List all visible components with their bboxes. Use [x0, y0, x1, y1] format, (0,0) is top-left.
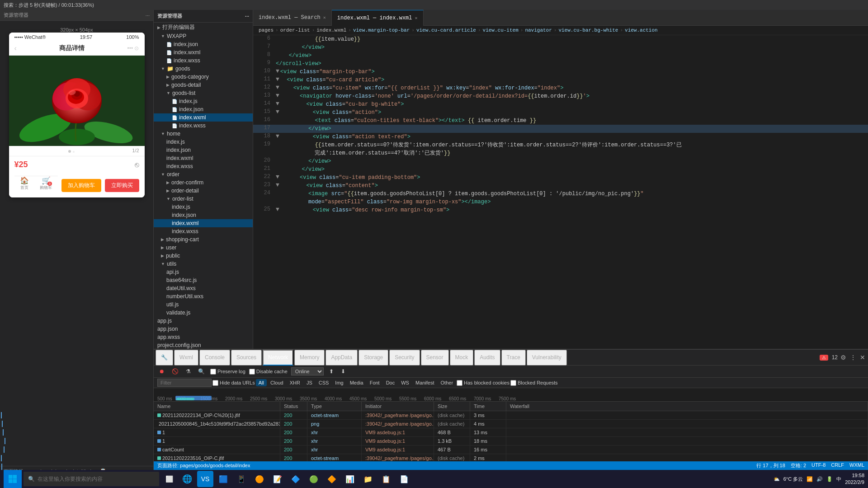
start-button[interactable]	[4, 470, 22, 488]
tree-folder-goods-list[interactable]: ▼ goods-list	[154, 89, 253, 97]
taskbar-icon-7[interactable]: 🔶	[324, 471, 340, 487]
taskbar-icon-9[interactable]: 📁	[360, 471, 376, 487]
devtools-settings-icon[interactable]: ⚙	[840, 353, 847, 362]
filter-all-btn[interactable]: All	[256, 379, 267, 386]
import-button[interactable]: ⬆	[327, 367, 335, 375]
tree-item[interactable]: 📄 index.json	[154, 105, 253, 113]
tree-item[interactable]: ▶ order-confirm	[154, 178, 253, 187]
hide-data-urls-checkbox[interactable]	[212, 380, 218, 386]
devtools-close-icon[interactable]: ✕	[859, 353, 866, 362]
taskbar-icon-4[interactable]: 📝	[269, 471, 286, 487]
taskbar-icon-8[interactable]: 📊	[342, 471, 358, 487]
tree-item[interactable]: api.js	[154, 268, 253, 276]
net-row-1[interactable]: 20211202222134_OIP-C%20(1).jfif 200 octe…	[154, 411, 868, 420]
tree-item-order-wxml[interactable]: index.wxml	[154, 219, 253, 227]
tree-folder-home[interactable]: ▼ home	[154, 130, 253, 138]
taskbar-search-input[interactable]	[38, 476, 128, 482]
filter-img-btn[interactable]: Img	[332, 379, 346, 386]
tab-sources[interactable]: Sources	[231, 350, 262, 366]
tree-item[interactable]: util.js	[154, 300, 253, 309]
tab-wxml[interactable]: Wxml	[174, 350, 198, 366]
tree-folder-user[interactable]: ▶ user	[154, 244, 253, 252]
network-throttle-select[interactable]: Online Fast 3G Slow 3G Offline	[291, 367, 324, 375]
fold-arrow[interactable]: ▼	[276, 174, 279, 182]
close-icon[interactable]: ✕	[323, 15, 326, 20]
tab-audits[interactable]: Audits	[474, 350, 500, 366]
filter-font-btn[interactable]: Font	[367, 379, 382, 386]
tree-item[interactable]: 📄 index.wxml	[154, 48, 253, 56]
tree-folder-public[interactable]: ▶ public	[154, 252, 253, 260]
fold-arrow[interactable]: ▼	[276, 100, 279, 108]
share-icon[interactable]: ⎋	[135, 161, 139, 169]
tab-search[interactable]: index.wxml — Search ✕	[253, 10, 332, 26]
tab-elements[interactable]: 🔧	[156, 350, 173, 366]
net-row-2[interactable]: 20211205000845_1b4c510fd9f9d72ac2f3857bd…	[154, 420, 868, 428]
phone-icon-home[interactable]: 🏠 首页	[20, 176, 29, 195]
fold-arrow[interactable]: ▼	[276, 182, 279, 190]
taskbar-icon-taskview[interactable]: ⬜	[161, 471, 177, 487]
hide-data-urls-label[interactable]: Hide data URLs	[212, 380, 255, 386]
clear-button[interactable]: 🚫	[170, 367, 180, 375]
taskbar-icon-edge[interactable]: 🌐	[179, 471, 195, 487]
phone-icon-cart[interactable]: 🛒 购物车 3	[40, 176, 52, 195]
taskbar-icon-1[interactable]: 🟦	[215, 471, 231, 487]
taskbar-icon-3[interactable]: 🟠	[251, 471, 268, 487]
fold-arrow[interactable]: ▼	[276, 206, 279, 214]
tab-appdata[interactable]: AppData	[326, 350, 358, 366]
filter-input[interactable]	[157, 379, 212, 387]
tree-item[interactable]: index.wxss	[154, 227, 253, 235]
filter-css-btn[interactable]: CSS	[316, 379, 332, 386]
blocked-requests-label[interactable]: Blocked Requests	[510, 380, 558, 386]
preserve-log-checkbox[interactable]	[210, 369, 216, 375]
taskbar-icon-vscode[interactable]: VS	[197, 471, 213, 487]
taskbar-icon-11[interactable]: 📄	[396, 471, 412, 487]
tree-item-projectconfig[interactable]: project.config.json	[154, 341, 253, 349]
tree-item[interactable]: numberUtil.wxs	[154, 292, 253, 300]
filter-js-btn[interactable]: JS	[304, 379, 315, 386]
tab-mock[interactable]: Mock	[450, 350, 474, 366]
tab-memory[interactable]: Memory	[294, 350, 325, 366]
taskbar-icon-6[interactable]: 🟢	[306, 471, 322, 487]
taskbar-search-bar[interactable]: 🔍	[24, 472, 159, 486]
tree-folder-shopping-cart[interactable]: ▶ shopping-cart	[154, 235, 253, 244]
tree-open-files[interactable]: ▶ 打开的编辑器	[154, 23, 253, 32]
filter-manifest-btn[interactable]: Manifest	[413, 379, 437, 386]
filter-cloud-btn[interactable]: Cloud	[268, 379, 286, 386]
tree-item[interactable]: index.json	[154, 211, 253, 219]
has-blocked-cookies-label[interactable]: Has blocked cookies	[457, 380, 509, 386]
filter-toggle-button[interactable]: ⚗	[184, 367, 193, 375]
taskbar-icon-2[interactable]: 📱	[233, 471, 250, 487]
tree-item[interactable]: base64src.js	[154, 276, 253, 284]
tree-item[interactable]: dateUtil.wxs	[154, 284, 253, 292]
disable-cache-checkbox[interactable]	[249, 369, 255, 375]
record-button[interactable]: ⏺	[157, 367, 166, 375]
filter-xhr-btn[interactable]: XHR	[287, 379, 303, 386]
preserve-log-label[interactable]: Preserve log	[210, 369, 245, 375]
fold-arrow[interactable]: ▼	[276, 68, 279, 76]
filter-media-btn[interactable]: Media	[347, 379, 366, 386]
fold-arrow[interactable]: ▼	[276, 92, 279, 100]
blocked-requests-checkbox[interactable]	[510, 380, 516, 386]
tab-security[interactable]: Security	[389, 350, 420, 366]
tree-folder-utils[interactable]: ▼ utils	[154, 260, 253, 268]
devtools-dots-icon[interactable]: ⋮	[849, 353, 857, 362]
tree-item[interactable]: 📄 index.wxss	[154, 56, 253, 65]
search-button[interactable]: 🔍	[196, 367, 207, 375]
close-icon[interactable]: ✕	[415, 15, 418, 21]
tree-item[interactable]: index.js	[154, 203, 253, 211]
tree-wxapp[interactable]: ▼ WXAPP	[154, 32, 253, 40]
filter-ws-btn[interactable]: WS	[398, 379, 412, 386]
has-blocked-checkbox[interactable]	[457, 380, 462, 386]
fold-arrow[interactable]: ▼	[276, 76, 279, 84]
tab-wxml[interactable]: index.wxml — index.wxml ✕	[332, 10, 424, 26]
taskbar-icon-5[interactable]: 🔷	[288, 471, 304, 487]
tree-folder-order[interactable]: ▼ order	[154, 170, 253, 178]
export-button[interactable]: ⬇	[339, 367, 347, 375]
tree-item[interactable]: 📄 index.json	[154, 40, 253, 48]
add-to-cart-button[interactable]: 加入购物车	[61, 179, 101, 192]
tree-item[interactable]: 📄 index.js	[154, 97, 253, 105]
net-row-4[interactable]: 1 200 xhr VM9 asdebug.js:1 1.3 kB 18 ms	[154, 437, 868, 446]
phone-back-icon[interactable]: ‹	[14, 44, 17, 52]
tree-item[interactable]: validate.js	[154, 309, 253, 317]
net-row-5[interactable]: cartCount 200 xhr VM9 asdebug.js:1 467 B…	[154, 446, 868, 454]
